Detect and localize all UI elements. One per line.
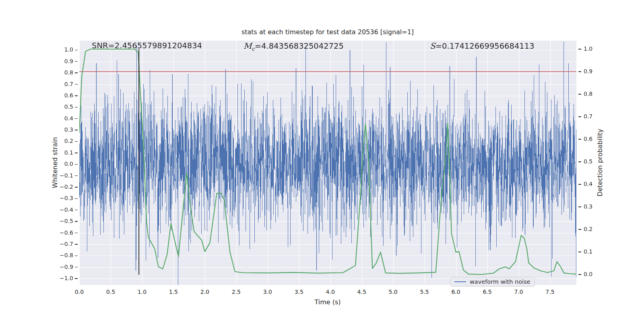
y-right-tick-label: 0.5 — [584, 158, 592, 165]
y-left-tick-mark — [75, 233, 78, 233]
x-tick-label: 1.0 — [136, 289, 148, 295]
y-right-tick-label: 0.0 — [584, 271, 592, 277]
y-left-tick-mark — [75, 95, 78, 96]
x-tick-label: 5.5 — [419, 289, 430, 295]
y-right-tick-label: 0.2 — [584, 226, 592, 232]
y-left-tick-mark — [75, 153, 78, 153]
y-left-tick-label: −0.8 — [60, 252, 73, 258]
y-left-tick-label: −0.7 — [60, 241, 73, 247]
y-left-tick-label: 0.8 — [60, 69, 73, 76]
x-tick-label: 4.0 — [325, 289, 336, 295]
y-left-tick-label: −0.9 — [60, 264, 73, 270]
y-right-tick-label: 0.4 — [584, 181, 592, 187]
plot-area: SNR=2.4565579891204834 Mc=4.843568325042… — [79, 41, 576, 285]
y-right-tick-mark — [578, 94, 581, 94]
annotation-snr: SNR=2.4565579891204834 — [92, 41, 202, 50]
y-left-tick-mark — [75, 84, 78, 85]
y-right-tick-mark — [578, 139, 581, 139]
y-right-tick-label: 1.0 — [584, 45, 592, 52]
y-left-tick-label: −0.5 — [60, 218, 73, 224]
y-left-tick-label: 0.4 — [60, 115, 73, 122]
y-left-tick-mark — [75, 175, 78, 176]
x-tick-label: 0.5 — [105, 289, 116, 295]
y-left-tick-label: −0.3 — [60, 195, 73, 201]
y-left-tick-mark — [75, 267, 78, 267]
plot-title: stats at each timestep for test data 205… — [242, 28, 414, 36]
y-left-tick-label: 0.9 — [60, 58, 73, 64]
y-left-tick-label: −1.0 — [60, 275, 73, 281]
y-left-tick-label: −0.4 — [60, 206, 73, 213]
y-left-tick-mark — [75, 210, 78, 210]
y-left-tick-mark — [75, 221, 78, 221]
y-left-tick-label: 0.7 — [60, 81, 73, 87]
legend-label: waveform with noise — [470, 279, 530, 285]
y-left-tick-mark — [75, 107, 78, 107]
annotation-chirp-mass: Mc=4.843568325042725 — [244, 41, 344, 52]
y-right-tick-mark — [578, 161, 581, 162]
y-left-tick-label: −0.2 — [60, 184, 73, 190]
y-right-tick-mark — [578, 229, 581, 229]
y-right-tick-label: 0.3 — [584, 203, 592, 210]
x-tick-label: 5.0 — [388, 289, 399, 295]
x-tick-label: 7.5 — [545, 289, 556, 295]
y-right-tick-mark — [578, 49, 581, 49]
x-axis-label: Time (s) — [314, 298, 341, 306]
y-right-tick-mark — [578, 206, 581, 207]
y-left-tick-label: −0.1 — [60, 172, 73, 179]
y-left-tick-label: 0.1 — [60, 149, 73, 156]
x-tick-label: 3.5 — [293, 289, 305, 295]
annotation-significance: S=0.17412669956684113 — [430, 41, 535, 51]
y-left-tick-mark — [75, 198, 78, 199]
x-tick-label: 0.0 — [74, 289, 85, 295]
y-left-tick-mark — [75, 72, 78, 73]
y-right-tick-mark — [578, 116, 581, 117]
x-tick-label: 1.5 — [168, 289, 179, 295]
y-right-tick-label: 0.9 — [584, 68, 592, 74]
y-axis-label-right: Detection probability — [596, 129, 604, 196]
y-left-tick-label: 0.3 — [60, 126, 73, 133]
y-left-tick-mark — [75, 61, 78, 62]
y-right-tick-label: 0.6 — [584, 136, 592, 142]
y-left-tick-label: −0.6 — [60, 229, 73, 236]
x-tick-label: 6.0 — [450, 289, 462, 295]
x-tick-label: 6.5 — [482, 289, 493, 295]
y-right-tick-label: 0.7 — [584, 113, 592, 120]
figure: stats at each timestep for test data 205… — [0, 0, 644, 322]
y-left-tick-mark — [75, 141, 78, 142]
y-left-tick-label: 0.0 — [60, 161, 73, 167]
x-tick-label: 2.5 — [231, 289, 242, 295]
y-left-tick-label: 0.2 — [60, 138, 73, 144]
waveform-chart-canvas — [79, 41, 576, 285]
y-right-tick-mark — [578, 71, 581, 72]
y-left-tick-mark — [75, 256, 78, 256]
y-left-tick-label: 0.5 — [60, 103, 73, 110]
y-right-tick-label: 0.8 — [584, 91, 592, 97]
x-tick-label: 3.0 — [262, 289, 273, 295]
y-right-tick-mark — [578, 252, 581, 252]
y-left-tick-mark — [75, 164, 78, 165]
y-right-tick-mark — [578, 184, 581, 184]
y-left-tick-label: 0.6 — [60, 92, 73, 99]
x-tick-label: 7.0 — [513, 289, 524, 295]
legend-line-sample — [454, 281, 466, 282]
y-left-tick-label: 1.0 — [60, 46, 73, 53]
y-axis-label-left: Whitened strain — [51, 137, 59, 188]
y-right-tick-mark — [578, 274, 581, 275]
y-left-tick-mark — [75, 50, 78, 50]
x-tick-label: 2.0 — [199, 289, 211, 295]
y-left-tick-mark — [75, 130, 78, 130]
y-right-tick-label: 0.1 — [584, 248, 592, 255]
y-left-tick-mark — [75, 244, 78, 244]
legend: waveform with noise — [450, 277, 535, 287]
y-left-tick-mark — [75, 118, 78, 119]
x-tick-label: 4.5 — [356, 289, 367, 295]
y-left-tick-mark — [75, 187, 78, 187]
y-left-tick-mark — [75, 278, 78, 279]
